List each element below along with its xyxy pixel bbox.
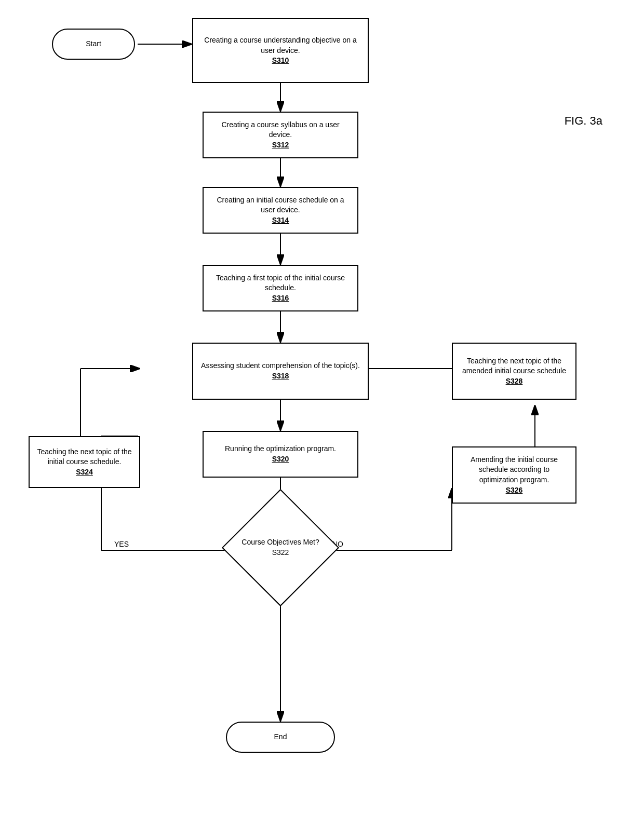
s312-id: S312 — [272, 140, 289, 151]
s316-box: Teaching a first topic of the initial co… — [203, 265, 358, 311]
s320-id: S320 — [272, 454, 289, 465]
s310-box: Creating a course understanding objectiv… — [192, 18, 369, 83]
s328-id: S328 — [506, 376, 523, 387]
s318-id: S318 — [272, 371, 289, 382]
s326-text: Amending the initial course schedule acc… — [459, 455, 569, 485]
s328-text: Teaching the next topic of the amended i… — [459, 356, 569, 376]
start-box: Start — [52, 29, 135, 60]
s318-text: Assessing student comprehension of the t… — [201, 361, 360, 371]
s324-id: S324 — [76, 467, 93, 478]
flowchart-diagram: FIG. 3a — [0, 0, 644, 814]
s314-text: Creating an initial course schedule on a… — [210, 195, 351, 215]
start-label: Start — [86, 39, 101, 49]
s324-text: Teaching the next topic of the initial c… — [36, 447, 133, 467]
s310-id: S310 — [272, 56, 289, 66]
s322-diamond: Course Objectives Met? S322 — [239, 506, 322, 589]
s326-id: S326 — [506, 485, 523, 496]
s326-box: Amending the initial course schedule acc… — [452, 446, 576, 504]
s316-id: S316 — [272, 293, 289, 304]
s314-id: S314 — [272, 215, 289, 226]
s328-box: Teaching the next topic of the amended i… — [452, 343, 576, 400]
yes-label: YES — [114, 540, 129, 548]
s322-text: Course Objectives Met? — [242, 537, 319, 548]
s316-text: Teaching a first topic of the initial co… — [210, 273, 351, 293]
s322-id: S322 — [272, 548, 289, 558]
s314-box: Creating an initial course schedule on a… — [203, 187, 358, 234]
s318-box: Assessing student comprehension of the t… — [192, 343, 369, 400]
figure-label: FIG. 3a — [565, 114, 602, 128]
s320-text: Running the optimization program. — [225, 444, 336, 454]
end-box: End — [226, 722, 335, 753]
s320-box: Running the optimization program. S320 — [203, 431, 358, 478]
s310-text: Creating a course understanding objectiv… — [199, 35, 361, 56]
s312-box: Creating a course syllabus on a user dev… — [203, 112, 358, 158]
s324-box: Teaching the next topic of the initial c… — [29, 436, 140, 488]
s312-text: Creating a course syllabus on a user dev… — [210, 120, 351, 140]
end-label: End — [274, 732, 287, 742]
